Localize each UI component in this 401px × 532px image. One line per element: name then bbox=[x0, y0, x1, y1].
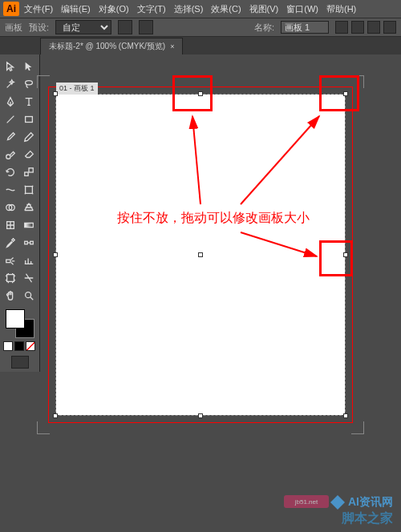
orientation-portrait-icon[interactable] bbox=[118, 20, 132, 34]
eraser-tool-icon[interactable] bbox=[20, 146, 38, 163]
type-tool-icon[interactable] bbox=[20, 93, 38, 111]
options-right-group bbox=[335, 21, 396, 34]
close-tab-icon[interactable]: × bbox=[170, 42, 174, 50]
menu-type[interactable]: 文字(T) bbox=[134, 2, 169, 17]
watermark-site-2: 脚本之家 bbox=[342, 510, 393, 527]
crop-mark bbox=[37, 433, 50, 434]
direct-selection-tool-icon[interactable] bbox=[20, 58, 38, 75]
selection-tool-icon[interactable] bbox=[2, 58, 20, 75]
svg-point-0 bbox=[25, 81, 32, 85]
color-solid-icon[interactable] bbox=[3, 341, 13, 351]
magic-wand-tool-icon[interactable] bbox=[2, 75, 20, 93]
artboard-container: 01 - 画板 1 bbox=[56, 95, 345, 415]
option-move-art-icon[interactable] bbox=[335, 21, 348, 34]
menu-edit[interactable]: 编辑(E) bbox=[58, 2, 94, 17]
svg-rect-13 bbox=[7, 275, 14, 282]
orientation-landscape-icon[interactable] bbox=[139, 20, 153, 34]
hand-tool-icon[interactable] bbox=[2, 287, 20, 304]
watermark-logo-icon bbox=[330, 495, 345, 510]
svg-rect-11 bbox=[30, 241, 34, 244]
toolbox bbox=[0, 54, 40, 372]
menu-bar: Ai 文件(F) 编辑(E) 对象(O) 文字(T) 选择(S) 效果(C) 视… bbox=[0, 0, 401, 18]
menu-view[interactable]: 视图(V) bbox=[246, 2, 282, 17]
resize-handle-bottom-right[interactable] bbox=[343, 413, 348, 418]
menu-effect[interactable]: 效果(C) bbox=[208, 2, 244, 17]
menu-file[interactable]: 文件(F) bbox=[21, 2, 56, 17]
width-tool-icon[interactable] bbox=[2, 181, 20, 199]
name-label: 名称: bbox=[254, 22, 274, 34]
preset-select[interactable]: 自定 bbox=[55, 20, 111, 34]
gradient-tool-icon[interactable] bbox=[20, 216, 38, 234]
option-grid-icon[interactable] bbox=[367, 21, 380, 34]
resize-handle-bottom-left[interactable] bbox=[53, 413, 58, 418]
resize-handle-bottom-center[interactable] bbox=[198, 413, 203, 418]
line-tool-icon[interactable] bbox=[2, 111, 20, 128]
slice-tool-icon[interactable] bbox=[20, 269, 38, 287]
color-mode-row bbox=[3, 341, 36, 351]
paintbrush-tool-icon[interactable] bbox=[2, 128, 20, 146]
app-logo-icon: Ai bbox=[3, 2, 19, 16]
resize-handle-top-center[interactable] bbox=[198, 91, 203, 96]
color-swatch[interactable] bbox=[6, 309, 34, 338]
svg-point-14 bbox=[25, 292, 30, 298]
crop-mark bbox=[37, 75, 38, 88]
svg-rect-9 bbox=[25, 223, 34, 227]
menu-window[interactable]: 窗口(W) bbox=[283, 2, 322, 17]
svg-rect-10 bbox=[25, 241, 28, 244]
watermark-site-1: AI资讯网 bbox=[330, 495, 393, 510]
document-tab-title: 未标题-2* @ 100% (CMYK/预览) bbox=[49, 41, 165, 52]
resize-handle-top-left[interactable] bbox=[53, 91, 58, 96]
artboard-name-input[interactable] bbox=[281, 21, 329, 34]
svg-rect-3 bbox=[25, 172, 28, 175]
resize-handle-top-right[interactable] bbox=[343, 91, 348, 96]
artboard-label: 01 - 画板 1 bbox=[56, 83, 98, 95]
color-gradient-icon[interactable] bbox=[14, 341, 24, 351]
menu-select[interactable]: 选择(S) bbox=[171, 2, 207, 17]
document-tab[interactable]: 未标题-2* @ 100% (CMYK/预览) × bbox=[40, 38, 183, 54]
crop-mark bbox=[37, 75, 50, 76]
annotation-text: 按住不放，拖动可以修改画板大小 bbox=[117, 210, 310, 227]
column-graph-tool-icon[interactable] bbox=[20, 252, 38, 269]
document-tab-bar: 未标题-2* @ 100% (CMYK/预览) × bbox=[0, 37, 401, 54]
menu-help[interactable]: 帮助(H) bbox=[323, 2, 359, 17]
artboard-tool-icon[interactable] bbox=[2, 269, 20, 287]
symbol-sprayer-tool-icon[interactable] bbox=[2, 252, 20, 269]
canvas-area[interactable]: 01 - 画板 1 bbox=[40, 54, 401, 487]
option-ref-point-icon[interactable] bbox=[351, 21, 364, 34]
crop-mark bbox=[363, 421, 364, 434]
crop-mark bbox=[363, 75, 364, 88]
zoom-tool-icon[interactable] bbox=[20, 287, 38, 304]
rotate-tool-icon[interactable] bbox=[2, 163, 20, 181]
free-transform-tool-icon[interactable] bbox=[20, 181, 38, 199]
resize-handle-middle-left[interactable] bbox=[53, 252, 58, 257]
fill-color-icon[interactable] bbox=[6, 309, 25, 328]
perspective-grid-tool-icon[interactable] bbox=[20, 199, 38, 216]
svg-rect-5 bbox=[25, 187, 32, 194]
svg-rect-12 bbox=[6, 260, 10, 263]
color-none-icon[interactable] bbox=[26, 341, 35, 351]
resize-handle-middle-right[interactable] bbox=[343, 252, 348, 257]
svg-rect-1 bbox=[25, 117, 32, 123]
menu-object[interactable]: 对象(O) bbox=[95, 2, 132, 17]
watermark-tag: jb51.net bbox=[284, 495, 329, 508]
artboard-center-icon bbox=[198, 252, 203, 257]
scale-tool-icon[interactable] bbox=[20, 163, 38, 181]
blend-tool-icon[interactable] bbox=[20, 234, 38, 252]
blob-brush-tool-icon[interactable] bbox=[2, 146, 20, 163]
rectangle-tool-icon[interactable] bbox=[20, 111, 38, 128]
tool-name-label: 画板 bbox=[5, 22, 22, 34]
watermark-area: jb51.net AI资讯网 脚本之家 bbox=[209, 487, 401, 532]
lasso-tool-icon[interactable] bbox=[20, 75, 38, 93]
pencil-tool-icon[interactable] bbox=[20, 128, 38, 146]
eyedropper-tool-icon[interactable] bbox=[2, 234, 20, 252]
crop-mark bbox=[37, 421, 38, 434]
mesh-tool-icon[interactable] bbox=[2, 216, 20, 234]
pen-tool-icon[interactable] bbox=[2, 93, 20, 111]
option-more-icon[interactable] bbox=[383, 21, 396, 34]
shape-builder-tool-icon[interactable] bbox=[2, 199, 20, 216]
svg-rect-4 bbox=[29, 168, 33, 172]
preset-label: 预设: bbox=[29, 22, 49, 34]
options-bar: 画板 预设: 自定 名称: bbox=[0, 18, 401, 37]
screen-mode-icon[interactable] bbox=[11, 356, 29, 369]
crop-mark bbox=[351, 433, 364, 434]
